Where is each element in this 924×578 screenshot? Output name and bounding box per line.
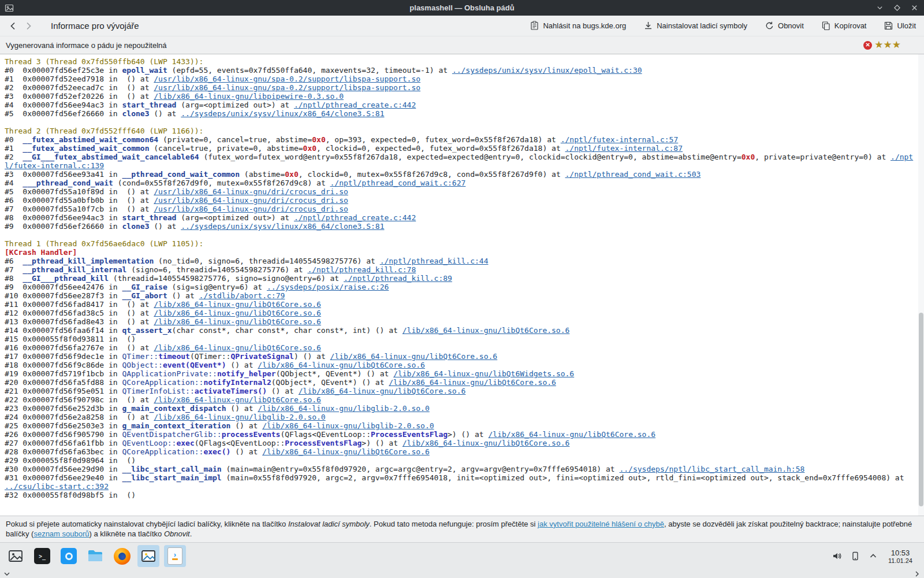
backtrace-rating: ✕ ★★★: [863, 40, 918, 50]
report-bug-label: Nahlásit na bugs.kde.org: [543, 21, 626, 30]
save-label: Uložit: [897, 21, 916, 30]
taskbar-panel: >_ ›: [0, 542, 924, 578]
backtrace-line: #18 0x00007fd56f9c86de in QObject::event…: [5, 361, 918, 369]
backtrace-status-bar: Vygenerovaná informace o pádu je nepouži…: [0, 36, 924, 54]
desktop: plasmashell — Obsluha pádů Informace pro…: [0, 0, 924, 578]
backtrace-line: #7 0x00007fd55a10f7cb in () at /usr/lib/…: [5, 205, 918, 213]
backtrace-line: #6 __pthread_kill_implementation (no_tid…: [5, 257, 918, 265]
backtrace-line: #3 0x00007fd56ee93a41 in __pthread_cond_…: [5, 170, 918, 179]
crash-handler-icon[interactable]: ›: [164, 545, 186, 567]
backtrace-line: #23 0x00007fd56e252d3b in g_main_context…: [5, 404, 918, 413]
backtrace-line: #5 0x00007fd56ef26660 in clone3 () at ..…: [5, 109, 918, 118]
toolbar: Informace pro vývojáře Nahlásit na bugs.…: [0, 16, 924, 36]
panel-right-arrow-icon[interactable]: [914, 570, 921, 578]
scrollbar-thumb[interactable]: [919, 313, 923, 506]
download-icon: [643, 21, 653, 31]
backtrace-line: #26 0x00007fd56f905790 in QEventDispatch…: [5, 430, 918, 439]
backtrace-line: #9 0x00007fd56ee42476 in __GI_raise (sig…: [5, 283, 918, 291]
scrollbar-track[interactable]: [918, 54, 924, 516]
clock-time: 10:53: [888, 549, 912, 557]
install-debug-symbols-button[interactable]: Nainstalovat ladicí symboly: [641, 18, 750, 33]
refresh-icon: [765, 21, 774, 31]
backtrace-line: #10 0x00007fd56ee287f3 in __GI_abort () …: [5, 291, 918, 300]
volume-icon[interactable]: [832, 551, 842, 561]
star-icon: ★: [884, 39, 892, 50]
backtrace-line: Thread 1 (Thread 0x7fd56ae6dac0 (LWP 110…: [5, 239, 918, 248]
backtrace-line: #8 __GI___pthread_kill (threadid=1405545…: [5, 274, 918, 283]
close-icon[interactable]: [910, 4, 918, 12]
backtrace-line: #25 0x00007fd56e2503e3 in g_main_context…: [5, 421, 918, 430]
forward-button[interactable]: [21, 18, 36, 34]
backtrace-line: #27 0x00007fd56fa61fbb in QEventLoop::ex…: [5, 439, 918, 447]
backtrace-line: #24 0x00007fd56e2a8258 in () at /lib/x86…: [5, 413, 918, 421]
reload-button[interactable]: Obnovit: [762, 18, 806, 33]
backtrace-line: #14 0x00007fd56faa6f14 in qt_assert_x(ch…: [5, 326, 918, 335]
backtrace-line: #30 0x00007fd56ee29d90 in __libc_start_c…: [5, 465, 918, 473]
window-app-icon: [5, 3, 14, 13]
backtrace-line: [KCrash Handler]: [5, 248, 918, 257]
backtrace-line: #7 __pthread_kill_internal (signo=6, thr…: [5, 265, 918, 274]
back-button[interactable]: [6, 18, 21, 34]
window-titlebar: plasmashell — Obsluha pádů: [0, 0, 924, 16]
window-title: plasmashell — Obsluha pádů: [0, 3, 924, 12]
backtrace-line: #0 __futex_abstimed_wait_common64 (priva…: [5, 135, 918, 144]
backtrace-line: #1 __futex_abstimed_wait_common (cancel=…: [5, 144, 918, 153]
backtrace-line: #0 0x00007fd56ef25c3e in epoll_wait (epf…: [5, 66, 918, 75]
chevron-up-icon[interactable]: [869, 551, 878, 561]
backtrace-line: Thread 2 (Thread 0x7fd552fff640 (LWP 116…: [5, 127, 918, 135]
backtrace-line: #11 0x00007fd56fad8417 in () at /lib/x86…: [5, 300, 918, 309]
save-icon: [884, 21, 893, 31]
app-launcher-icon[interactable]: [5, 545, 27, 567]
backtrace-line: #16 0x00007fd56fa2767e in () at /lib/x86…: [5, 343, 918, 352]
copy-button[interactable]: Kopírovat: [819, 18, 869, 33]
backtrace-line: #32 0x000055f8f0d98bf5 in (): [5, 491, 918, 499]
backtrace-line: #17 0x00007fd56f9dec1e in QTimer::timeou…: [5, 352, 918, 361]
backtrace-line: #15 0x000055f8f0d93811 in (): [5, 335, 918, 343]
backtrace-line: #29 0x000055f8f0d98964 in (): [5, 456, 918, 465]
terminal-icon[interactable]: >_: [31, 545, 53, 567]
backtrace-line: #13 0x00007fd56fad8e43 in () at /lib/x86…: [5, 317, 918, 326]
backtrace-line: #4 ___pthread_cond_wait (cond=0x55f8f267…: [5, 179, 918, 187]
backtrace-line: Thread 3 (Thread 0x7fd550ffb640 (LWP 143…: [5, 57, 918, 66]
install-debug-symbols-label: Nainstalovat ladicí symboly: [657, 21, 747, 30]
reload-label: Obnovit: [778, 21, 804, 30]
firefox-icon[interactable]: [111, 545, 133, 567]
backtrace-line: #20 0x00007fd56fa5fd88 in QCoreApplicati…: [5, 378, 918, 387]
copy-icon: [821, 21, 831, 31]
backtrace-line: #2 0x00007fd52eecad7c in () at /usr/lib/…: [5, 83, 918, 92]
blue-app-icon[interactable]: [58, 545, 80, 567]
backtrace-line: #9 0x00007fd56ef26660 in clone3 () at ..…: [5, 222, 918, 231]
status-message: Vygenerovaná informace o pádu je nepouži…: [6, 41, 167, 50]
backtrace-line: #28 0x00007fd56fa63bec in QCoreApplicati…: [5, 447, 918, 456]
backtrace-view[interactable]: Thread 3 (Thread 0x7fd550ffb640 (LWP 143…: [0, 54, 924, 516]
backtrace-line: #4 0x00007fd56ee94ac3 in start_thread (a…: [5, 101, 918, 109]
report-bug-button[interactable]: Nahlásit na bugs.kde.org: [527, 18, 628, 33]
maximize-icon[interactable]: [893, 4, 901, 12]
star-icon: ★: [892, 39, 901, 50]
minimize-icon[interactable]: [875, 4, 884, 12]
backtrace-line: #22 0x00007fd56f90798c in () at /lib/x86…: [5, 395, 918, 404]
device-icon[interactable]: [850, 551, 860, 561]
folder-icon[interactable]: [84, 545, 106, 567]
backtrace-line: #21 0x00007fd56f95e051 in QTimerInfoList…: [5, 387, 918, 395]
backtrace-line: #5 0x00007fd55a10f89d in () at /usr/lib/…: [5, 187, 918, 196]
star-icon: ★: [874, 39, 883, 50]
save-button[interactable]: Uložit: [881, 18, 918, 33]
backtrace-line: #12 0x00007fd56fad38c5 in () at /lib/x86…: [5, 309, 918, 317]
backtrace-line: #8 0x00007fd56ee94ac3 in start_thread (a…: [5, 213, 918, 222]
help-footer: Pokud si přejete automaticky nainstalova…: [0, 516, 924, 542]
rating-stars: ★★★: [874, 40, 901, 50]
backtrace-line: #19 0x00007fd5719f1bcb in QApplicationPr…: [5, 369, 918, 378]
panel-left-arrow-icon[interactable]: [3, 570, 10, 578]
backtrace-text[interactable]: Thread 3 (Thread 0x7fd550ffb640 (LWP 143…: [0, 54, 924, 499]
backtrace-line: #1 0x00007fd52eed7918 in () at /usr/lib/…: [5, 75, 918, 83]
help-link[interactable]: seznam souborů: [33, 529, 89, 538]
backtrace-line: #3 0x00007fd52ef20226 in () at /lib/x86_…: [5, 92, 918, 101]
backtrace-line: #2 __GI___futex_abstimed_wait_cancelable…: [5, 153, 918, 170]
backtrace-line: #6 0x00007fd55a0bfb0b in () at /usr/lib/…: [5, 196, 918, 205]
backtrace-line: [5, 231, 918, 239]
digital-clock[interactable]: 10:53 11.01.24: [886, 549, 915, 564]
help-link[interactable]: jak vytvořit použitelné hlášení o chybě: [538, 520, 664, 528]
image-viewer-icon[interactable]: [137, 545, 159, 567]
backtrace-line: [5, 118, 918, 127]
